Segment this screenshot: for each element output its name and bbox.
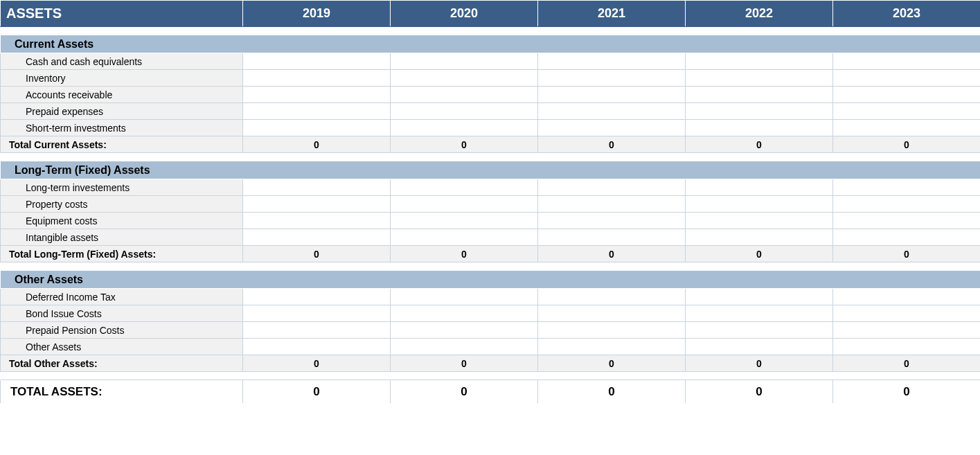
line-item-cell[interactable] — [833, 229, 981, 246]
section-total-value: 0 — [833, 136, 981, 153]
line-item-cell[interactable] — [538, 229, 686, 246]
section-total-value: 0 — [391, 136, 538, 153]
line-item-row: Equipment costs — [1, 213, 981, 229]
line-item-cell[interactable] — [243, 322, 391, 339]
header-year: 2020 — [391, 1, 538, 27]
line-item-cell[interactable] — [686, 196, 833, 213]
line-item-cell[interactable] — [833, 103, 981, 120]
line-item-cell[interactable] — [538, 70, 686, 87]
line-item-cell[interactable] — [833, 305, 981, 322]
line-item-label: Cash and cash equivalents — [1, 53, 243, 70]
line-item-cell[interactable] — [538, 305, 686, 322]
section-total-value: 0 — [833, 355, 981, 372]
line-item-cell[interactable] — [391, 196, 538, 213]
line-item-cell[interactable] — [243, 87, 391, 103]
section-header: Long-Term (Fixed) Assets — [1, 161, 981, 179]
line-item-cell[interactable] — [391, 213, 538, 229]
section-header: Other Assets — [1, 271, 981, 289]
line-item-cell[interactable] — [833, 289, 981, 305]
line-item-label: Equipment costs — [1, 213, 243, 229]
section-total-value: 0 — [686, 136, 833, 153]
line-item-cell[interactable] — [833, 70, 981, 87]
line-item-cell[interactable] — [538, 103, 686, 120]
line-item-cell[interactable] — [686, 305, 833, 322]
line-item-label: Intangible assets — [1, 229, 243, 246]
line-item-cell[interactable] — [833, 120, 981, 136]
line-item-cell[interactable] — [243, 289, 391, 305]
line-item-cell[interactable] — [243, 53, 391, 70]
line-item-cell[interactable] — [686, 322, 833, 339]
line-item-cell[interactable] — [538, 179, 686, 196]
line-item-cell[interactable] — [538, 213, 686, 229]
line-item-cell[interactable] — [686, 213, 833, 229]
line-item-cell[interactable] — [833, 179, 981, 196]
line-item-cell[interactable] — [686, 70, 833, 87]
line-item-cell[interactable] — [391, 289, 538, 305]
line-item-row: Deferred Income Tax — [1, 289, 981, 305]
line-item-cell[interactable] — [243, 120, 391, 136]
line-item-cell[interactable] — [833, 213, 981, 229]
line-item-cell[interactable] — [243, 305, 391, 322]
line-item-cell[interactable] — [391, 70, 538, 87]
line-item-label: Bond Issue Costs — [1, 305, 243, 322]
line-item-cell[interactable] — [391, 229, 538, 246]
line-item-cell[interactable] — [686, 53, 833, 70]
grand-total-value: 0 — [538, 380, 686, 404]
section-total-row: Total Other Assets:00000 — [1, 355, 981, 372]
line-item-cell[interactable] — [833, 87, 981, 103]
line-item-cell[interactable] — [686, 120, 833, 136]
line-item-row: Long-term investements — [1, 179, 981, 196]
line-item-cell[interactable] — [243, 196, 391, 213]
section-total-value: 0 — [686, 246, 833, 262]
header-year: 2021 — [538, 1, 686, 27]
line-item-cell[interactable] — [538, 87, 686, 103]
section-title: Long-Term (Fixed) Assets — [1, 161, 981, 179]
line-item-cell[interactable] — [686, 339, 833, 355]
line-item-cell[interactable] — [391, 305, 538, 322]
line-item-cell[interactable] — [538, 339, 686, 355]
line-item-cell[interactable] — [833, 322, 981, 339]
line-item-label: Short-term investments — [1, 120, 243, 136]
line-item-cell[interactable] — [833, 196, 981, 213]
line-item-row: Prepaid Pension Costs — [1, 322, 981, 339]
line-item-cell[interactable] — [243, 70, 391, 87]
line-item-cell[interactable] — [243, 339, 391, 355]
line-item-cell[interactable] — [833, 53, 981, 70]
section-title: Other Assets — [1, 271, 981, 289]
section-total-value: 0 — [538, 246, 686, 262]
line-item-cell[interactable] — [243, 179, 391, 196]
section-total-value: 0 — [391, 246, 538, 262]
line-item-cell[interactable] — [833, 339, 981, 355]
line-item-cell[interactable] — [391, 179, 538, 196]
line-item-cell[interactable] — [243, 103, 391, 120]
section-total-value: 0 — [243, 136, 391, 153]
grand-total-row: TOTAL ASSETS:00000 — [1, 380, 981, 404]
section-total-row: Total Current Assets:00000 — [1, 136, 981, 153]
line-item-cell[interactable] — [391, 87, 538, 103]
line-item-cell[interactable] — [243, 213, 391, 229]
grand-total-value: 0 — [833, 380, 981, 404]
line-item-label: Long-term investements — [1, 179, 243, 196]
section-total-value: 0 — [686, 355, 833, 372]
section-total-value: 0 — [833, 246, 981, 262]
line-item-label: Other Assets — [1, 339, 243, 355]
line-item-cell[interactable] — [243, 229, 391, 246]
line-item-cell[interactable] — [686, 87, 833, 103]
line-item-cell[interactable] — [686, 103, 833, 120]
line-item-label: Prepaid Pension Costs — [1, 322, 243, 339]
line-item-cell[interactable] — [538, 322, 686, 339]
line-item-cell[interactable] — [686, 179, 833, 196]
line-item-cell[interactable] — [686, 229, 833, 246]
line-item-cell[interactable] — [391, 53, 538, 70]
section-header: Current Assets — [1, 35, 981, 53]
line-item-cell[interactable] — [686, 289, 833, 305]
line-item-cell[interactable] — [391, 120, 538, 136]
line-item-cell[interactable] — [391, 322, 538, 339]
line-item-cell[interactable] — [538, 289, 686, 305]
section-total-label: Total Other Assets: — [1, 355, 243, 372]
line-item-cell[interactable] — [538, 196, 686, 213]
line-item-cell[interactable] — [538, 53, 686, 70]
line-item-cell[interactable] — [538, 120, 686, 136]
line-item-cell[interactable] — [391, 103, 538, 120]
line-item-cell[interactable] — [391, 339, 538, 355]
